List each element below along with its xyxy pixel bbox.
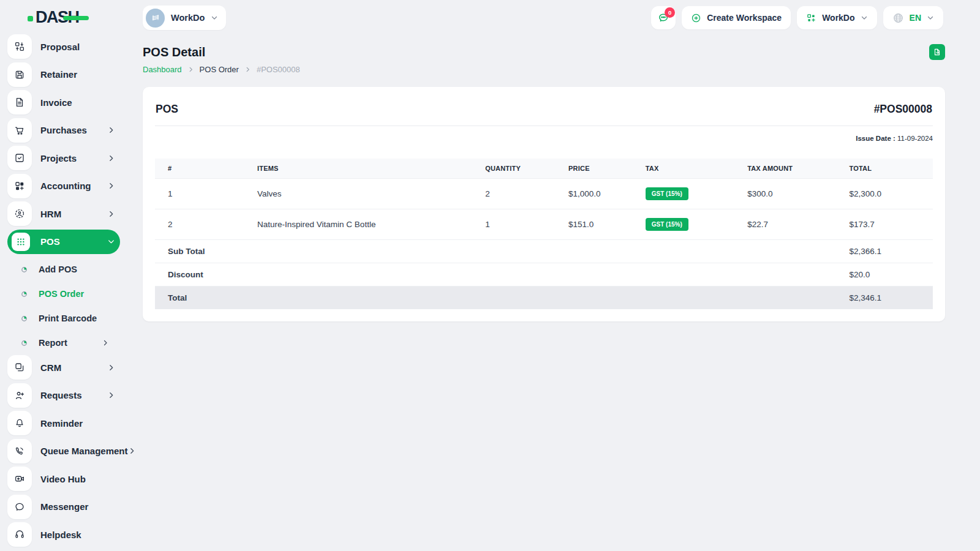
sidebar-item-invoice[interactable]: Invoice — [7, 90, 120, 114]
logo-dot-accent — [28, 16, 33, 21]
breadcrumb-current: #POS00008 — [257, 65, 300, 74]
chevron-right-icon — [107, 182, 115, 190]
messenger-icon — [7, 495, 32, 519]
sidebar-subitem-print-barcode[interactable]: Print Barcode — [7, 306, 120, 331]
pos-card-title: POS — [156, 103, 178, 116]
hrm-icon — [7, 201, 32, 226]
queue-management-icon — [7, 439, 32, 463]
sidebar-subitem-pos-order[interactable]: POS Order — [7, 282, 120, 306]
total-value: $2,346.1 — [836, 287, 933, 310]
issue-date: Issue Date : 11-09-2024 — [155, 135, 933, 142]
brand-logo[interactable]: DASH — [0, 0, 127, 34]
logo-dash-accent — [63, 16, 89, 20]
export-button[interactable] — [929, 44, 945, 60]
bullet-icon — [21, 266, 28, 273]
chevron-right-icon — [107, 364, 115, 372]
total-row: Total $2,346.1 — [155, 287, 933, 310]
discount-value: $20.0 — [836, 263, 933, 287]
helpdesk-icon — [7, 522, 32, 547]
chevron-down-icon — [211, 14, 218, 21]
messages-badge: 0 — [665, 7, 675, 18]
column-header-quantity: QUANTITY — [472, 159, 556, 179]
sidebar-item-purchases[interactable]: Purchases — [7, 118, 120, 143]
sidebar-item-accounting[interactable]: Accounting — [7, 174, 120, 198]
bullet-icon — [21, 340, 28, 347]
proposal-icon — [7, 34, 32, 59]
sidebar: DASH Proposal Retainer — [0, 0, 127, 551]
column-header-no: # — [155, 159, 244, 179]
sidebar-item-video-hub[interactable]: Video Hub — [7, 467, 120, 491]
main-content: POS Detail Dashboard POS Order #POS00008… — [127, 36, 980, 321]
page-title: POS Detail — [143, 45, 945, 59]
create-workspace-button[interactable]: Create Workspace — [682, 6, 791, 29]
discount-row: Discount $20.0 — [155, 263, 933, 287]
sidebar-item-helpdesk[interactable]: Helpdesk — [7, 522, 120, 547]
bullet-icon — [21, 291, 28, 298]
app-grid-icon — [806, 13, 816, 23]
sidebar-item-queue-management[interactable]: Queue Management — [7, 439, 120, 463]
globe-icon — [892, 12, 904, 24]
column-header-total: TOTAL — [836, 159, 933, 179]
language-selector[interactable]: EN — [883, 6, 943, 29]
chevron-right-icon — [107, 210, 115, 218]
crm-icon — [7, 355, 32, 380]
chevron-right-icon — [107, 126, 115, 134]
export-file-icon — [933, 48, 941, 56]
sidebar-nav: Proposal Retainer Invoice — [0, 34, 127, 547]
breadcrumb-pos-order[interactable]: POS Order — [200, 65, 239, 74]
pos-items-table: # ITEMS QUANTITY PRICE TAX TAX AMOUNT TO… — [155, 159, 933, 309]
sidebar-item-messenger[interactable]: Messenger — [7, 495, 120, 519]
plus-circle-icon — [691, 13, 701, 23]
chevron-down-icon — [861, 14, 868, 21]
breadcrumb-separator-icon — [187, 66, 194, 73]
breadcrumb-separator-icon — [244, 66, 251, 73]
sidebar-item-projects[interactable]: Projects — [7, 146, 120, 170]
messages-button[interactable]: 0 — [651, 6, 676, 29]
subtotal-value: $2,366.1 — [836, 240, 933, 263]
table-row: 2 Nature-Inspired Vitamin C Bottle 1 $15… — [155, 209, 933, 240]
column-header-tax: TAX — [633, 159, 734, 179]
projects-icon — [7, 146, 32, 170]
sidebar-item-proposal[interactable]: Proposal — [7, 34, 120, 59]
chevron-down-icon — [927, 14, 934, 21]
workspace-avatar — [146, 9, 165, 28]
sidebar-item-retainer[interactable]: Retainer — [7, 62, 120, 87]
chevron-right-icon — [107, 391, 115, 399]
sidebar-item-crm[interactable]: CRM — [7, 355, 120, 380]
column-header-tax-amount: TAX AMOUNT — [734, 159, 836, 179]
subtotal-row: Sub Total $2,366.1 — [155, 240, 933, 263]
pos-icon — [12, 233, 30, 251]
column-header-items: ITEMS — [244, 159, 472, 179]
video-hub-icon — [7, 467, 32, 491]
chevron-right-icon — [128, 447, 136, 455]
workspace-selector[interactable]: WorkDo — [143, 6, 226, 30]
sidebar-item-pos[interactable]: POS — [7, 230, 120, 254]
chevron-right-icon — [107, 154, 115, 162]
chevron-right-icon — [102, 339, 109, 347]
pos-detail-card: POS #POS00008 Issue Date : 11-09-2024 # … — [143, 87, 945, 321]
tax-badge: GST (15%) — [646, 187, 688, 200]
table-row: 1 Valves 2 $1,000.0 GST (15%) $300.0 $2,… — [155, 179, 933, 209]
sidebar-subitem-add-pos[interactable]: Add POS — [7, 257, 120, 282]
app-menu-button[interactable]: WorkDo — [797, 6, 876, 29]
breadcrumb-dashboard[interactable]: Dashboard — [143, 65, 182, 74]
purchases-icon — [7, 118, 32, 143]
sidebar-item-hrm[interactable]: HRM — [7, 201, 120, 226]
requests-icon — [7, 383, 32, 408]
sidebar-item-reminder[interactable]: Reminder — [7, 411, 120, 435]
bullet-icon — [21, 315, 28, 322]
pos-number: #POS00008 — [874, 103, 932, 116]
tax-badge: GST (15%) — [646, 218, 688, 231]
chevron-down-icon — [107, 238, 115, 246]
retainer-icon — [7, 62, 32, 87]
divider — [155, 126, 933, 126]
sidebar-subitem-report[interactable]: Report — [7, 331, 120, 355]
accounting-icon — [7, 174, 32, 198]
invoice-icon — [7, 90, 32, 114]
topbar-actions: 0 Create Workspace WorkDo EN — [651, 6, 943, 29]
reminder-icon — [7, 411, 32, 435]
breadcrumb: Dashboard POS Order #POS00008 — [143, 65, 945, 74]
sidebar-item-requests[interactable]: Requests — [7, 383, 120, 408]
topbar: WorkDo 0 Create Workspace WorkDo — [127, 0, 980, 36]
table-header-row: # ITEMS QUANTITY PRICE TAX TAX AMOUNT TO… — [155, 159, 933, 179]
